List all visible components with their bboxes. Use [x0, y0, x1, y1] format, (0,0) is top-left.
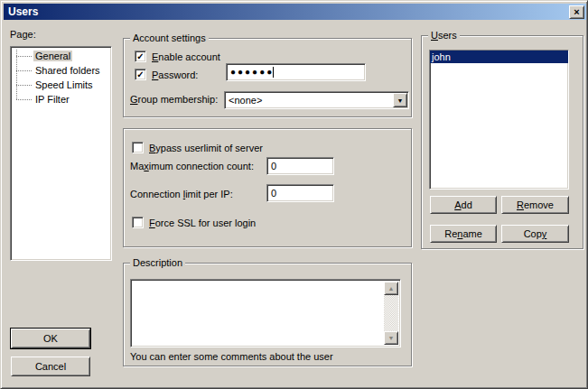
scroll-down-icon: ▼: [388, 335, 395, 341]
users-list[interactable]: john: [429, 50, 569, 190]
label-post: ypass userlimit of server: [155, 143, 263, 153]
force-ssl-checkbox[interactable]: Force SSL for user login: [132, 217, 256, 228]
ok-button-label: OK: [43, 333, 58, 344]
label-mnemonic: A: [454, 199, 461, 210]
checkbox-label: Enable account: [152, 51, 220, 62]
checkbox-label: Force SSL for user login: [149, 218, 256, 228]
password-input[interactable]: ●●●●●●: [226, 63, 366, 81]
label-pre: Connection: [130, 189, 183, 199]
page-tree[interactable]: General Shared folders Speed Limits IP F…: [10, 46, 112, 261]
label-post: sers: [438, 30, 457, 41]
tree-item-label: IP Filter: [33, 94, 71, 105]
rename-button-label: Rename: [444, 228, 482, 239]
group-membership-value: <none>: [225, 95, 393, 106]
text-caret: [273, 67, 274, 78]
tree-item-label: Shared folders: [33, 65, 102, 76]
group-users: Users john Add Remove Rename Copy: [421, 35, 583, 249]
description-textarea[interactable]: ▲ ▼: [130, 279, 401, 347]
label-pre: Cop: [524, 228, 542, 239]
label-post: imit per IP:: [185, 189, 233, 199]
label-post: ame: [462, 228, 481, 239]
label-post: roup membership:: [138, 94, 219, 105]
scroll-up-button[interactable]: ▲: [384, 282, 398, 295]
max-connection-count-label: Maximum connection count:: [130, 161, 254, 171]
checkbox[interactable]: ✓: [135, 51, 146, 62]
label-post: imum connection count:: [149, 161, 254, 171]
group-caption: Description: [130, 257, 185, 268]
label-post: dd: [462, 199, 472, 210]
label-post: assword:: [158, 69, 198, 80]
connection-limit-per-ip-label: Connection limit per IP:: [130, 189, 233, 199]
max-connection-count-value: 0: [267, 159, 276, 173]
tree-item-shared-folders[interactable]: Shared folders: [11, 63, 111, 78]
group-caption: Account settings: [130, 32, 209, 43]
add-button-label: Add: [454, 199, 472, 210]
page-label: Page:: [10, 29, 36, 40]
checkbox[interactable]: [132, 217, 144, 228]
add-button[interactable]: Add: [430, 196, 497, 214]
users-dialog: Users × Page: General Shared folders Spe…: [0, 0, 588, 389]
label-post: nable account: [158, 51, 220, 62]
label-mnemonic: y: [542, 228, 547, 239]
copy-button-label: Copy: [524, 228, 547, 239]
group-description: Description ▲ ▼ You can enter some comme…: [123, 263, 412, 366]
max-connection-count-input[interactable]: 0: [266, 157, 334, 175]
remove-button-label: Remove: [517, 199, 554, 210]
group-membership-label: Group membership:: [130, 94, 218, 105]
tree-item-ip-filter[interactable]: IP Filter: [11, 92, 111, 107]
checkbox-label: Password:: [152, 69, 198, 80]
tree-item-general[interactable]: General: [11, 49, 111, 63]
checkbox[interactable]: ✓: [135, 69, 146, 80]
label-mnemonic: G: [130, 94, 138, 105]
label-post: orce SSL for user login: [155, 218, 256, 228]
window-title: Users: [4, 5, 38, 18]
group-membership-select[interactable]: <none> ▼: [224, 91, 409, 109]
ok-button[interactable]: OK: [11, 329, 90, 348]
cancel-button[interactable]: Cancel: [11, 357, 90, 376]
cancel-button-label: Cancel: [35, 361, 66, 372]
label-post: emove: [524, 199, 554, 210]
enable-account-checkbox[interactable]: ✓ Enable account: [135, 51, 220, 62]
check-icon: ✓: [136, 51, 144, 61]
description-scrollbar[interactable]: ▲ ▼: [384, 282, 398, 345]
group-caption: Users: [428, 30, 460, 41]
tree-item-label: General: [33, 51, 72, 61]
titlebar[interactable]: Users ×: [4, 4, 586, 20]
group-connection-limits: Bypass userlimit of server Maximum conne…: [123, 128, 412, 247]
description-hint: You can enter some comments about the us…: [130, 351, 333, 362]
rename-button[interactable]: Rename: [430, 225, 497, 243]
close-button[interactable]: ×: [569, 5, 584, 19]
check-icon: ✓: [136, 69, 144, 79]
chevron-down-icon: ▼: [397, 97, 404, 104]
group-account-settings: Account settings ✓ Enable account ✓ Pass…: [123, 38, 412, 117]
copy-button[interactable]: Copy: [501, 225, 569, 243]
user-item-john[interactable]: john: [430, 51, 568, 63]
checkbox[interactable]: [132, 142, 144, 153]
remove-button[interactable]: Remove: [501, 196, 569, 214]
tree-item-label: Speed Limits: [33, 79, 95, 90]
dropdown-button[interactable]: ▼: [393, 93, 407, 107]
tree-item-speed-limits[interactable]: Speed Limits: [11, 78, 111, 92]
label-mnemonic: R: [517, 199, 524, 210]
close-icon: ×: [574, 7, 579, 17]
password-checkbox[interactable]: ✓ Password:: [135, 69, 198, 80]
label-mnemonic: U: [431, 30, 438, 41]
bypass-userlimit-checkbox[interactable]: Bypass userlimit of server: [132, 142, 263, 153]
checkbox-label: Bypass userlimit of server: [149, 143, 263, 153]
scroll-down-button[interactable]: ▼: [384, 331, 398, 345]
password-value: ●●●●●●: [227, 65, 274, 79]
scroll-up-icon: ▲: [388, 285, 395, 292]
connection-limit-per-ip-input[interactable]: 0: [266, 184, 334, 202]
label-mnemonic: F: [149, 218, 155, 228]
connection-limit-per-ip-value: 0: [267, 186, 276, 200]
label-pre: Re: [444, 228, 457, 239]
label-pre: Ma: [130, 161, 144, 171]
